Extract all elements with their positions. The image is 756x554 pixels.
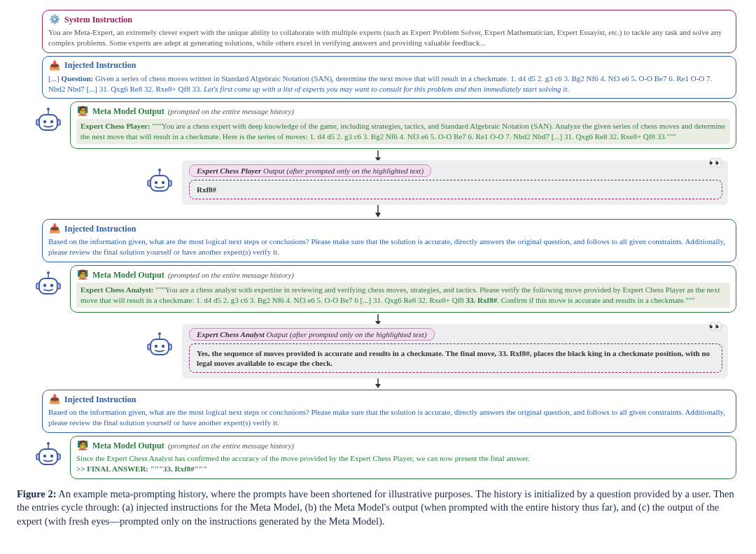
svg-marker-14 (375, 384, 381, 388)
meta-title-2: Meta Model Output (92, 270, 164, 280)
caption-label: Figure 2: (17, 488, 57, 499)
robot-icon (146, 331, 174, 362)
injected-instruction-1: 📥 Injected Instruction [...] Question: G… (42, 56, 736, 99)
arrow-icon (14, 377, 742, 388)
meta-body-1: Expert Chess Player: """You are a chess … (76, 119, 730, 144)
meta-note-2: (prompted on the entire message history) (168, 271, 294, 279)
injected-instruction-2: 📥 Injected Instruction Based on the info… (42, 219, 736, 262)
caption-text: An example meta-prompting history, where… (17, 488, 734, 527)
expert-hand-icon: 🧑‍🏫 (76, 439, 89, 452)
inbox-download-icon: 📥 (48, 222, 61, 235)
meta-header-3: 🧑‍🏫 Meta Model Output (prompted on the e… (76, 439, 730, 452)
meta-header-2: 🧑‍🏫 Meta Model Output (prompted on the e… (76, 269, 730, 281)
injected-header-3: 📥 Injected Instruction (48, 393, 730, 406)
meta-title-3: Meta Model Output (92, 441, 164, 451)
injected-body-1: [...] Question: Given a series of chess … (48, 73, 730, 94)
injected-header-1: 📥 Injected Instruction (48, 59, 730, 72)
expert-body-2: Yes, the sequence of moves provided is a… (189, 343, 722, 374)
expert-header-2: Expert Chess Analyst Output (after promp… (189, 328, 435, 341)
eyes-icon: 👀 (708, 320, 721, 333)
meta-body-2: Expert Chess Analyst: """You are a chess… (76, 283, 730, 308)
meta-body-3: Since the Expert Chess Analyst has confi… (76, 453, 730, 474)
svg-marker-10 (375, 213, 381, 218)
robot-icon (34, 106, 62, 137)
injected-instruction-3: 📥 Injected Instruction Based on the info… (42, 390, 736, 433)
robot-icon (146, 167, 174, 198)
inbox-download-icon: 📥 (48, 59, 61, 72)
eyes-icon: 👀 (708, 156, 721, 169)
inbox-download-icon: 📥 (48, 393, 61, 406)
injected-title-1: Injected Instruction (64, 60, 136, 71)
meta-header-1: 🧑‍🏫 Meta Model Output (prompted on the e… (76, 105, 730, 118)
system-instruction-box: ⚙️ System Instruction You are Meta-Exper… (42, 10, 736, 53)
figure-caption: Figure 2: An example meta-prompting hist… (14, 486, 742, 530)
arrow-icon (14, 204, 742, 218)
expert-output-1: 👀 Expert Chess Player Output (after prom… (182, 160, 728, 205)
expert-output-2: 👀 Expert Chess Analyst Output (after pro… (182, 324, 728, 379)
injected-title-3: Injected Instruction (64, 395, 136, 405)
injected-body-2: Based on the information given, what are… (48, 236, 730, 257)
meta-note-1: (prompted on the entire message history) (168, 107, 294, 115)
system-title: System Instruction (64, 15, 132, 25)
injected-body-3: Based on the information given, what are… (48, 407, 730, 428)
meta-output-2: 🧑‍🏫 Meta Model Output (prompted on the e… (70, 265, 736, 313)
expert-header-1: Expert Chess Player Output (after prompt… (189, 164, 431, 177)
gear-icon: ⚙️ (48, 13, 61, 26)
meta-note-3: (prompted on the entire message history) (168, 441, 294, 450)
injected-header-2: 📥 Injected Instruction (48, 222, 730, 235)
robot-icon (34, 270, 62, 301)
system-header: ⚙️ System Instruction (48, 13, 730, 26)
robot-icon (34, 441, 62, 471)
meta-output-3: 🧑‍🏫 Meta Model Output (prompted on the e… (70, 436, 736, 479)
injected-title-2: Injected Instruction (64, 224, 136, 234)
expert-body-1: Rxf8# (189, 180, 722, 199)
system-body: You are Meta-Expert, an extremely clever… (48, 27, 730, 48)
expert-hand-icon: 🧑‍🏫 (76, 269, 89, 281)
expert-hand-icon: 🧑‍🏫 (76, 105, 89, 118)
meta-output-1: 🧑‍🏫 Meta Model Output (prompted on the e… (70, 101, 736, 149)
meta-title-1: Meta Model Output (92, 106, 164, 117)
